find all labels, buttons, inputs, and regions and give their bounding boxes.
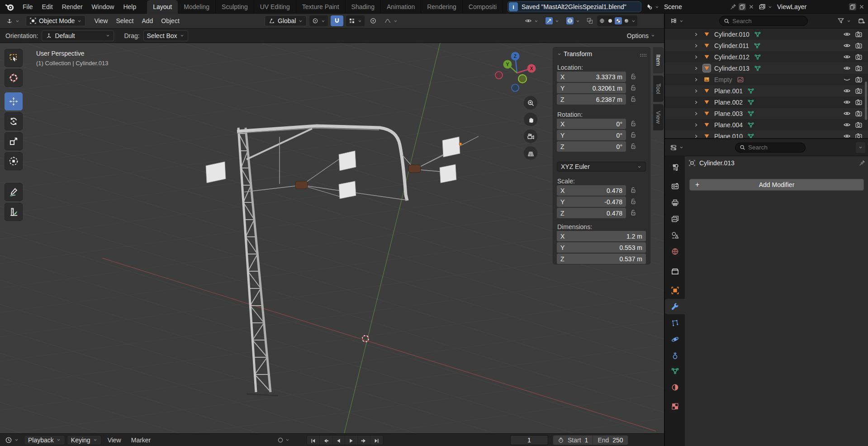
- outliner-scrollbar[interactable]: [865, 82, 867, 120]
- properties-tab-tool[interactable]: [665, 159, 685, 175]
- transform-panel-header[interactable]: Transform: [557, 50, 592, 58]
- shading-rendered-icon[interactable]: [623, 17, 630, 24]
- mesh-object-icon[interactable]: [703, 132, 711, 138]
- camera-visibility-icon[interactable]: [855, 121, 863, 129]
- scene-icon[interactable]: [645, 3, 653, 10]
- tool-cursor[interactable]: [5, 69, 23, 87]
- workspace-tab-uv-editing[interactable]: UV Editing: [254, 0, 296, 14]
- chevron-down-icon[interactable]: [631, 19, 636, 24]
- workspace-tab-texture-paint[interactable]: Texture Paint: [296, 0, 346, 14]
- object-name[interactable]: Empty: [714, 76, 732, 83]
- properties-tab-particles[interactable]: [665, 315, 685, 331]
- eye-open-icon[interactable]: [843, 110, 851, 117]
- outliner-filter[interactable]: [835, 15, 854, 26]
- expand-chevron-icon[interactable]: [693, 54, 699, 60]
- pin-icon[interactable]: [730, 3, 737, 10]
- new-collection-icon[interactable]: [858, 17, 865, 24]
- topbar-menu-file[interactable]: File: [18, 0, 38, 14]
- outliner-search[interactable]: [719, 16, 808, 26]
- viewport-menu-select[interactable]: Select: [112, 17, 138, 24]
- mode-selector[interactable]: Object Mode: [26, 15, 85, 26]
- camera-visibility-icon[interactable]: [855, 98, 863, 106]
- lock-open-icon[interactable]: [629, 120, 637, 128]
- expand-chevron-icon[interactable]: [693, 43, 699, 49]
- visibility-dropdown[interactable]: [522, 15, 541, 26]
- blender-logo-icon[interactable]: [5, 2, 14, 12]
- copy-icon[interactable]: [849, 3, 856, 10]
- outliner-display-mode[interactable]: [668, 15, 686, 26]
- next-keyframe-button[interactable]: [358, 436, 370, 445]
- gizmo-axis-y-neg[interactable]: [518, 75, 526, 83]
- outliner-row[interactable]: Plane.002: [665, 96, 868, 108]
- mesh-object-icon[interactable]: [703, 87, 711, 95]
- camera-visibility-icon[interactable]: [855, 132, 863, 138]
- object-name[interactable]: Plane.004: [714, 121, 743, 129]
- properties-tab-view-layer[interactable]: [665, 211, 685, 226]
- transform-field[interactable]: Z0°: [557, 141, 626, 152]
- object-name[interactable]: Plane.003: [714, 110, 743, 117]
- properties-tab-output[interactable]: [665, 195, 685, 210]
- workspace-tab-animation[interactable]: Animation: [381, 0, 421, 14]
- camera-visibility-icon[interactable]: [855, 53, 863, 61]
- transform-field[interactable]: Z0.478: [557, 208, 626, 218]
- properties-tab-constraints[interactable]: [665, 348, 685, 363]
- mesh-object-icon[interactable]: [703, 64, 711, 72]
- proportional-falloff-selector[interactable]: [382, 15, 400, 26]
- camera-view-button[interactable]: [524, 129, 537, 143]
- proportional-editing-toggle[interactable]: [367, 15, 379, 26]
- eye-open-icon[interactable]: [843, 64, 851, 72]
- close-icon[interactable]: [748, 3, 755, 10]
- object-name[interactable]: Plane.001: [714, 87, 743, 95]
- overlays-dropdown[interactable]: [564, 15, 583, 26]
- topbar-menu-help[interactable]: Help: [119, 0, 141, 14]
- viewlayer-name[interactable]: ViewLayer: [774, 3, 809, 10]
- pin-icon[interactable]: [859, 159, 866, 167]
- properties-tab-physics[interactable]: [665, 331, 685, 347]
- eye-open-icon[interactable]: [843, 121, 851, 129]
- current-frame-field[interactable]: [510, 435, 548, 445]
- mesh-object-icon[interactable]: [703, 53, 711, 61]
- timeline-menu-marker[interactable]: Marker: [127, 436, 155, 444]
- breadcrumb-object-name[interactable]: Cylinder.013: [699, 159, 735, 167]
- gizmo-axis-z-neg[interactable]: [512, 84, 519, 91]
- jump-end-button[interactable]: [370, 436, 383, 445]
- zoom-button[interactable]: [524, 96, 537, 110]
- lock-open-icon[interactable]: [629, 186, 637, 194]
- orientation-setting-selector[interactable]: Default: [42, 30, 114, 41]
- tool-annotate[interactable]: [5, 183, 23, 201]
- close-icon[interactable]: [858, 3, 865, 10]
- copy-icon[interactable]: [739, 3, 746, 10]
- timeline-menu-keying[interactable]: Keying: [67, 435, 102, 445]
- jump-start-button[interactable]: [307, 436, 320, 445]
- transform-field[interactable]: Y-0.478: [557, 197, 626, 207]
- expand-chevron-icon[interactable]: [693, 99, 699, 106]
- camera-visibility-icon[interactable]: [855, 30, 863, 38]
- add-modifier-button[interactable]: + Add Modifier: [689, 179, 864, 191]
- play-reverse-button[interactable]: [332, 436, 345, 445]
- expand-chevron-icon[interactable]: [693, 31, 699, 38]
- tool-scale[interactable]: [5, 132, 23, 150]
- camera-visibility-icon[interactable]: [855, 87, 863, 95]
- properties-tab-material[interactable]: [665, 379, 685, 395]
- properties-tab-modifiers[interactable]: [665, 299, 685, 314]
- timeline-menu-view[interactable]: View: [104, 436, 125, 444]
- expand-chevron-icon[interactable]: [693, 77, 699, 83]
- lock-open-icon[interactable]: [629, 197, 637, 206]
- lock-open-icon[interactable]: [629, 95, 637, 103]
- drag-grip-icon[interactable]: [639, 52, 646, 59]
- xray-toggle-icon[interactable]: [586, 17, 593, 24]
- sidebar-tab-tool[interactable]: Tool: [653, 76, 664, 102]
- lock-open-icon[interactable]: [629, 142, 637, 150]
- editor-type-button[interactable]: [4, 15, 22, 26]
- transform-field[interactable]: X0.478: [557, 185, 626, 196]
- lock-open-icon[interactable]: [629, 131, 637, 139]
- eye-open-icon[interactable]: [843, 42, 851, 49]
- eye-open-icon[interactable]: [843, 53, 851, 61]
- object-name[interactable]: Cylinder.013: [714, 65, 749, 72]
- tool-transform[interactable]: [5, 152, 23, 170]
- eye-open-icon[interactable]: [843, 30, 851, 38]
- expand-chevron-icon[interactable]: [693, 65, 699, 72]
- sidebar-tab-view[interactable]: View: [653, 104, 664, 130]
- outliner-row[interactable]: Cylinder.013: [665, 62, 868, 74]
- outliner-row[interactable]: Cylinder.011: [665, 40, 868, 51]
